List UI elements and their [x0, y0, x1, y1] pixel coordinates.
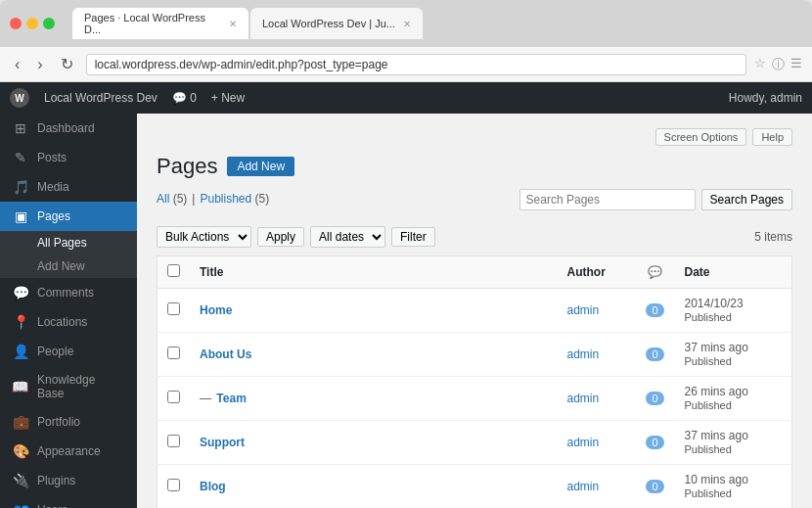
row-comments: 0: [636, 377, 675, 421]
sidebar-label-users: Users: [37, 503, 68, 508]
sidebar-label-dashboard: Dashboard: [37, 121, 95, 135]
admin-bar-site-name[interactable]: Local WordPress Dev: [44, 91, 158, 105]
sidebar-item-posts[interactable]: ✎ Posts: [0, 143, 137, 172]
row-title: Blog: [190, 465, 558, 509]
row-select-checkbox[interactable]: [167, 391, 180, 403]
pages-table: Title Author 💬 Date Home admin 0: [157, 255, 792, 508]
pages-icon: ▣: [12, 208, 29, 224]
all-dates-select[interactable]: All dates: [310, 226, 385, 248]
row-select-checkbox[interactable]: [167, 435, 180, 447]
refresh-button[interactable]: ↻: [56, 53, 78, 75]
tab-label: Pages · Local WordPress D...: [84, 12, 221, 35]
row-comments: 0: [636, 421, 675, 465]
wp-body: ⊞ Dashboard ✎ Posts 🎵 Media ▣ Pages All …: [0, 114, 812, 508]
admin-bar-new[interactable]: + New: [211, 91, 245, 105]
sidebar-item-knowledge-base[interactable]: 📖 Knowledge Base: [0, 366, 137, 407]
bulk-actions-select-top[interactable]: Bulk Actions: [157, 226, 251, 248]
author-link-team[interactable]: admin: [567, 392, 600, 405]
author-link-home[interactable]: admin: [567, 303, 600, 317]
locations-icon: 📍: [12, 314, 29, 330]
sidebar-item-portfolio[interactable]: 💼 Portfolio: [0, 407, 137, 437]
window-controls: [10, 18, 55, 29]
menu-icon[interactable]: ☰: [790, 56, 802, 73]
sidebar-item-locations[interactable]: 📍 Locations: [0, 307, 137, 337]
author-link-blog[interactable]: admin: [567, 480, 600, 493]
screen-btns: Screen Options Help: [655, 128, 792, 146]
row-select-checkbox[interactable]: [167, 346, 180, 359]
page-header: Pages Add New: [157, 154, 792, 179]
sidebar-item-dashboard[interactable]: ⊞ Dashboard: [0, 114, 137, 143]
maximize-window-btn[interactable]: [43, 18, 55, 29]
address-bar[interactable]: [86, 54, 746, 75]
sidebar-item-users[interactable]: 👥 Users: [0, 495, 137, 508]
row-author: admin: [558, 421, 636, 465]
browser-tabs: Pages · Local WordPress D... ✕ Local Wor…: [72, 8, 802, 39]
sidebar-item-pages[interactable]: ▣ Pages: [0, 202, 137, 231]
col-checkbox: [158, 256, 191, 289]
browser-window: Pages · Local WordPress D... ✕ Local Wor…: [0, 0, 812, 508]
sidebar-item-people[interactable]: 👤 People: [0, 337, 137, 366]
browser-tab-inactive[interactable]: Local WordPress Dev | Ju... ✕: [250, 8, 423, 39]
col-comments-header: 💬: [636, 256, 675, 289]
row-select-checkbox[interactable]: [167, 302, 180, 315]
sidebar-item-appearance[interactable]: 🎨 Appearance: [0, 437, 137, 466]
date-value: 10 mins ago: [685, 473, 748, 486]
bookmark-icon[interactable]: ☆: [754, 56, 766, 73]
filter-published-link[interactable]: Published (5): [200, 192, 269, 206]
row-comments: 0: [636, 289, 675, 333]
sidebar-item-media[interactable]: 🎵 Media: [0, 172, 137, 202]
row-title: — Team: [190, 377, 558, 421]
status-value: Published: [685, 487, 732, 499]
row-date: 37 mins ago Published: [675, 333, 792, 377]
page-link-blog[interactable]: Blog: [200, 480, 226, 493]
search-input[interactable]: [519, 189, 696, 210]
author-link-support[interactable]: admin: [567, 436, 600, 449]
search-button[interactable]: Search Pages: [701, 189, 792, 210]
col-date-header[interactable]: Date: [675, 256, 792, 289]
comments-bubble-header: 💬: [648, 265, 662, 279]
browser-nav-icons: ☆ ⓘ ☰: [754, 56, 802, 73]
screen-options-row: Screen Options Help: [157, 128, 792, 146]
forward-button[interactable]: ›: [32, 54, 47, 75]
browser-tab-active[interactable]: Pages · Local WordPress D... ✕: [72, 8, 248, 39]
row-checkbox: [158, 333, 191, 377]
indent-dash: —: [200, 392, 214, 405]
col-author-header[interactable]: Author: [558, 256, 636, 289]
table-row: Support admin 0 37 mins ago Published: [158, 421, 792, 465]
info-icon[interactable]: ⓘ: [772, 56, 785, 73]
admin-bar-comments[interactable]: 💬 0: [172, 91, 197, 105]
knowledge-base-icon: 📖: [12, 379, 29, 394]
date-value: 37 mins ago: [685, 429, 748, 442]
filter-all-link[interactable]: All (5): [157, 192, 187, 206]
col-title-header[interactable]: Title: [190, 256, 558, 289]
sidebar-item-plugins[interactable]: 🔌 Plugins: [0, 466, 137, 495]
sidebar-label-media: Media: [37, 180, 69, 194]
tab-close-icon[interactable]: ✕: [229, 19, 237, 29]
page-title: Pages: [157, 154, 217, 179]
back-button[interactable]: ‹: [10, 54, 24, 75]
submenu-all-pages[interactable]: All Pages: [0, 231, 137, 254]
tab-close-icon[interactable]: ✕: [403, 19, 411, 29]
tablenav-top: Bulk Actions Apply All dates Filter 5 it…: [157, 226, 792, 248]
apply-button-top[interactable]: Apply: [257, 227, 304, 247]
page-link-home[interactable]: Home: [200, 303, 232, 317]
submenu-add-new[interactable]: Add New: [0, 254, 137, 278]
select-all-checkbox[interactable]: [167, 264, 180, 277]
minimize-window-btn[interactable]: [26, 18, 38, 29]
row-select-checkbox[interactable]: [167, 479, 180, 491]
row-date: 37 mins ago Published: [675, 421, 792, 465]
row-date: 10 mins ago Published: [675, 465, 792, 509]
author-link-about-us[interactable]: admin: [567, 347, 600, 361]
add-new-button[interactable]: Add New: [227, 157, 294, 176]
status-value: Published: [685, 443, 732, 455]
help-button[interactable]: Help: [752, 128, 792, 146]
sidebar-label-portfolio: Portfolio: [37, 415, 80, 429]
wp-logo[interactable]: W: [10, 88, 29, 108]
page-link-team[interactable]: Team: [216, 392, 246, 405]
sidebar-item-comments[interactable]: 💬 Comments: [0, 278, 137, 307]
filter-button[interactable]: Filter: [391, 227, 435, 247]
screen-options-button[interactable]: Screen Options: [655, 128, 747, 146]
page-link-support[interactable]: Support: [200, 436, 245, 449]
page-link-about-us[interactable]: About Us: [200, 347, 251, 361]
close-window-btn[interactable]: [10, 18, 22, 29]
